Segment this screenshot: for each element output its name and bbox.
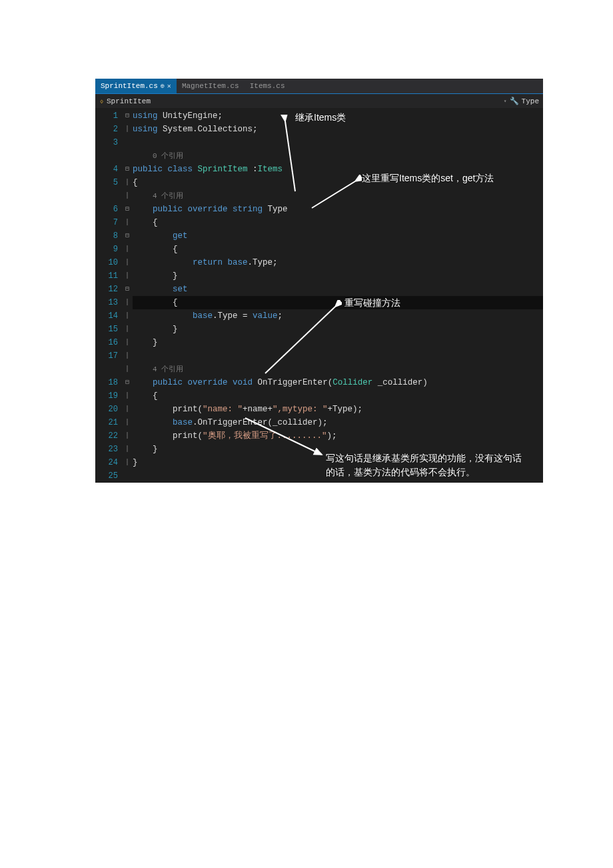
file-tab[interactable]: SprintItem.cs⊕✕ (95, 79, 177, 93)
fold-marker: | (122, 403, 133, 416)
fold-marker (122, 136, 133, 149)
tab-label: SprintItem.cs (101, 82, 158, 90)
line-number: 19 (97, 389, 122, 403)
line-number: 5 (97, 176, 122, 189)
file-tab[interactable]: Items.cs (245, 79, 291, 93)
code-line[interactable]: public override string Type (133, 203, 543, 216)
code-line[interactable]: using System.Collections; (133, 123, 543, 136)
fold-marker[interactable]: ⊟ (122, 229, 133, 243)
fold-marker: | (122, 363, 133, 376)
code-line[interactable]: { (133, 176, 543, 189)
fold-marker: | (122, 176, 133, 189)
class-name: SprintItem (107, 97, 151, 105)
fold-marker: | (122, 189, 133, 203)
fold-marker: | (122, 296, 133, 309)
member-name: Type (522, 97, 539, 105)
fold-marker: | (122, 256, 133, 269)
fold-marker: | (122, 456, 133, 469)
class-icon: ⬨ (99, 97, 104, 106)
file-tab[interactable]: MagnetItem.cs (177, 79, 245, 93)
code-line[interactable]: } (133, 323, 543, 336)
line-number-gutter: 1234567891011121314151617181920212223242… (97, 108, 122, 483)
line-number (97, 363, 122, 376)
line-number: 2 (97, 123, 122, 136)
code-line[interactable]: public override void OnTriggerEnter(Coll… (133, 376, 543, 389)
line-number (97, 189, 122, 203)
line-number: 4 (97, 163, 122, 176)
line-number: 14 (97, 309, 122, 323)
fold-marker: | (122, 429, 133, 443)
line-number: 22 (97, 429, 122, 443)
code-line[interactable]: print("奥耶，我被重写了........."); (133, 429, 543, 443)
fold-marker: | (122, 243, 133, 256)
fold-marker: | (122, 323, 133, 336)
nav-bar: ⬨ SprintItem ▾ 🔧 Type (95, 93, 543, 108)
line-number: 7 (97, 216, 122, 229)
wrench-icon: 🔧 (510, 97, 519, 105)
code-line[interactable]: print("name: "+name+",mytype: "+Type); (133, 403, 543, 416)
line-number: 13 (97, 296, 122, 309)
line-number: 6 (97, 203, 122, 216)
code-line[interactable]: 0 个引用 (133, 149, 543, 163)
code-line[interactable]: base.OnTriggerEnter(_collider); (133, 416, 543, 429)
tab-label: Items.cs (250, 82, 285, 90)
fold-marker: | (122, 123, 133, 136)
line-number: 3 (97, 136, 122, 149)
code-line[interactable]: base.Type = value; (133, 309, 543, 323)
code-line[interactable]: } (133, 336, 543, 349)
fold-marker[interactable]: ⊟ (122, 283, 133, 296)
code-column[interactable]: using UnityEngine;using System.Collectio… (133, 108, 543, 483)
code-line[interactable]: { (133, 216, 543, 229)
class-dropdown[interactable]: ⬨ SprintItem (99, 97, 151, 106)
code-line[interactable]: { (133, 296, 543, 309)
fold-marker: | (122, 309, 133, 323)
fold-marker: | (122, 443, 133, 456)
fold-marker[interactable]: ⊟ (122, 376, 133, 389)
line-number: 12 (97, 283, 122, 296)
line-number: 9 (97, 243, 122, 256)
member-dropdown[interactable]: ▾ 🔧 Type (504, 97, 539, 105)
line-number: 1 (97, 109, 122, 123)
line-number: 18 (97, 376, 122, 389)
code-line[interactable]: public class SprintItem :Items (133, 163, 543, 176)
tabs-row: SprintItem.cs⊕✕MagnetItem.csItems.cs (95, 79, 543, 93)
code-line[interactable]: 4 个引用 (133, 189, 543, 203)
pin-icon[interactable]: ⊕ (161, 82, 165, 90)
code-line[interactable]: } (133, 269, 543, 283)
line-number: 15 (97, 323, 122, 336)
line-number: 23 (97, 443, 122, 456)
code-line[interactable]: set (133, 283, 543, 296)
close-icon[interactable]: ✕ (167, 82, 171, 90)
fold-marker: | (122, 389, 133, 403)
line-number: 17 (97, 349, 122, 363)
line-number: 20 (97, 403, 122, 416)
code-line[interactable]: return base.Type; (133, 256, 543, 269)
code-editor[interactable]: 1234567891011121314151617181920212223242… (95, 108, 543, 483)
fold-marker: | (122, 336, 133, 349)
fold-marker: | (122, 349, 133, 363)
line-number: 21 (97, 416, 122, 429)
code-line[interactable]: { (133, 243, 543, 256)
chevron-down-icon: ▾ (504, 98, 507, 104)
code-line[interactable]: 4 个引用 (133, 363, 543, 376)
code-line[interactable] (133, 349, 543, 363)
fold-column[interactable]: ⊟|⊟||⊟|⊟|||⊟||||||⊟|||||| (122, 108, 133, 483)
line-number: 11 (97, 269, 122, 283)
code-line[interactable]: } (133, 443, 543, 456)
code-line[interactable] (133, 469, 543, 483)
tab-label: MagnetItem.cs (182, 82, 239, 90)
fold-marker[interactable]: ⊟ (122, 203, 133, 216)
code-line[interactable]: { (133, 389, 543, 403)
fold-marker: | (122, 269, 133, 283)
fold-marker[interactable]: ⊟ (122, 109, 133, 123)
line-number: 10 (97, 256, 122, 269)
fold-marker (122, 149, 133, 163)
fold-marker: | (122, 416, 133, 429)
fold-marker[interactable]: ⊟ (122, 163, 133, 176)
fold-marker: | (122, 216, 133, 229)
line-number (97, 149, 122, 163)
code-line[interactable]: } (133, 456, 543, 469)
code-line[interactable]: get (133, 229, 543, 243)
code-line[interactable] (133, 136, 543, 149)
code-line[interactable]: using UnityEngine; (133, 109, 543, 123)
